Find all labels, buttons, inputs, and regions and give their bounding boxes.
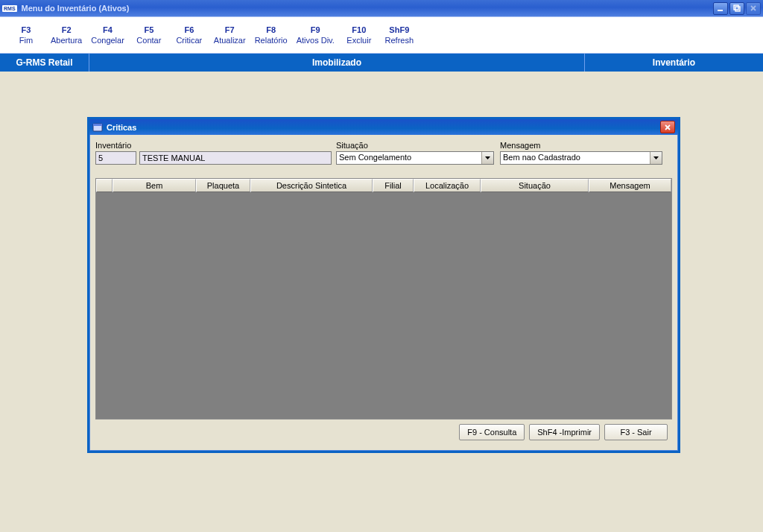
mensagem-label: Mensagem — [500, 141, 662, 150]
window-title: Menu do Inventário (Ativos) — [22, 4, 713, 13]
filter-inventario: Inventário — [95, 141, 136, 165]
dialog-close-button[interactable] — [660, 121, 675, 133]
dialog-button-bar: F9 - Consulta ShF4 -Imprimir F3 - Sair — [95, 419, 672, 445]
mensagem-combo[interactable]: Bem nao Cadastrado — [500, 151, 662, 165]
close-button — [746, 2, 761, 15]
svg-rect-1 — [734, 5, 738, 10]
situacao-value: Sem Congelamento — [337, 152, 481, 164]
banner-section: Inventário — [584, 54, 763, 72]
svg-rect-0 — [718, 10, 723, 11]
situacao-label: Situação — [336, 141, 494, 150]
col-localizacao[interactable]: Localização — [414, 179, 481, 192]
chevron-down-icon[interactable] — [650, 152, 662, 164]
fkey-refresh[interactable]: ShF9 Refresh — [379, 25, 420, 45]
mensagem-value: Bem nao Cadastrado — [501, 152, 650, 164]
criticas-dialog: Criticas Inventário Situação Sem Congela… — [87, 117, 680, 453]
svg-rect-2 — [735, 7, 740, 11]
fkey-criticar[interactable]: F6 Criticar — [169, 25, 209, 45]
inventario-name-input[interactable] — [139, 151, 332, 165]
table-row-selector-header[interactable] — [96, 179, 113, 192]
module-banner: G-RMS Retail Imobilizado Inventário — [0, 54, 763, 72]
fkey-fim[interactable]: F3 Fim — [6, 25, 46, 45]
dialog-icon — [92, 123, 103, 132]
consulta-button[interactable]: F9 - Consulta — [459, 424, 525, 440]
situacao-combo[interactable]: Sem Congelamento — [336, 151, 494, 165]
filter-row: Inventário Situação Sem Congelamento Men… — [95, 141, 672, 165]
fkey-relatorio[interactable]: F8 Relatório — [250, 25, 292, 45]
inventario-number-input[interactable] — [95, 151, 136, 165]
col-descricao[interactable]: Descrição Sintetica — [250, 179, 373, 192]
sair-button[interactable]: F3 - Sair — [604, 424, 668, 440]
col-plaqueta[interactable]: Plaqueta — [196, 179, 250, 192]
app-badge: RMS — [2, 5, 17, 12]
fkey-contar[interactable]: F5 Contar — [129, 25, 169, 45]
col-bem[interactable]: Bem — [113, 179, 196, 192]
inventario-label: Inventário — [95, 141, 136, 150]
table-header-row: Bem Plaqueta Descrição Sintetica Filial … — [96, 179, 671, 192]
maximize-button[interactable] — [729, 2, 744, 15]
col-filial[interactable]: Filial — [373, 179, 414, 192]
col-situacao[interactable]: Situação — [481, 179, 589, 192]
svg-rect-6 — [93, 124, 102, 126]
table-body-empty — [96, 192, 671, 419]
fkey-congelar[interactable]: F4 Congelar — [86, 25, 129, 45]
minimize-button[interactable] — [713, 2, 728, 15]
results-table: Bem Plaqueta Descrição Sintetica Filial … — [95, 178, 672, 419]
function-key-toolbar: F3 Fim F2 Abertura F4 Congelar F5 Contar… — [0, 16, 763, 54]
dialog-title: Criticas — [107, 123, 660, 132]
banner-app-name: G-RMS Retail — [0, 54, 89, 72]
col-mensagem[interactable]: Mensagem — [589, 179, 671, 192]
imprimir-button[interactable]: ShF4 -Imprimir — [529, 424, 600, 440]
main-window-titlebar: RMS Menu do Inventário (Ativos) — [0, 0, 763, 16]
dialog-titlebar[interactable]: Criticas — [89, 119, 678, 135]
fkey-atualizar[interactable]: F7 Atualizar — [209, 25, 250, 45]
svg-marker-9 — [485, 156, 490, 159]
fkey-ativos-div[interactable]: F9 Ativos Div. — [292, 25, 339, 45]
svg-marker-10 — [653, 156, 659, 159]
fkey-excluir[interactable]: F10 Excluir — [339, 25, 379, 45]
chevron-down-icon[interactable] — [481, 152, 493, 164]
window-control-buttons — [713, 2, 761, 15]
banner-module: Imobilizado — [89, 57, 584, 68]
fkey-abertura[interactable]: F2 Abertura — [46, 25, 86, 45]
